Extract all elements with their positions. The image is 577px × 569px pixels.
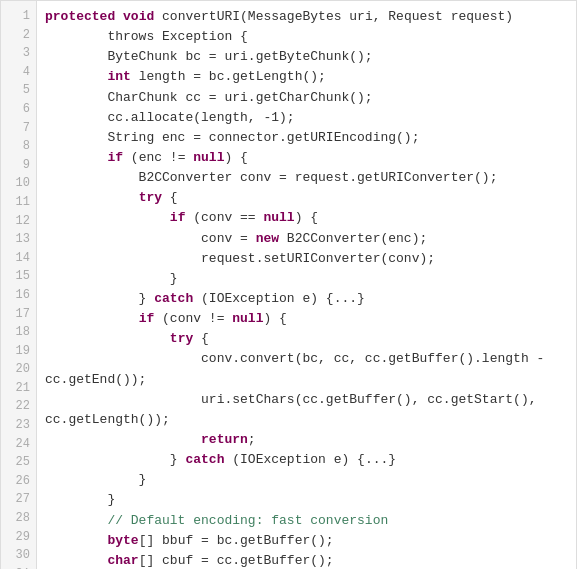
keyword-token: try bbox=[170, 331, 193, 346]
line-number: 9 bbox=[7, 156, 30, 175]
line-number: 13 bbox=[7, 230, 30, 249]
line-number: 4 bbox=[7, 63, 30, 82]
code-line: ByteChunk bc = uri.getByteChunk(); bbox=[45, 47, 568, 67]
code-token: throws Exception { bbox=[45, 29, 248, 44]
code-line: String enc = connector.getURIEncoding(); bbox=[45, 128, 568, 148]
line-number: 3 bbox=[7, 44, 30, 63]
keyword-token: protected bbox=[45, 9, 115, 24]
line-number: 2 bbox=[7, 26, 30, 45]
code-token: (IOException e) {...} bbox=[193, 291, 365, 306]
code-token: (IOException e) {...} bbox=[224, 452, 396, 467]
code-token: B2CConverter(enc); bbox=[279, 231, 427, 246]
line-number-gutter: 1234567891011121314151617181920212223242… bbox=[1, 1, 37, 569]
code-line: } bbox=[45, 470, 568, 490]
code-token: { bbox=[193, 331, 209, 346]
line-number: 20 bbox=[7, 360, 30, 379]
code-token: conv = bbox=[45, 231, 256, 246]
code-token bbox=[45, 69, 107, 84]
code-token: ) { bbox=[295, 210, 318, 225]
code-line: try { bbox=[45, 329, 568, 349]
line-number: 1 bbox=[7, 7, 30, 26]
code-line: B2CConverter conv = request.getURIConver… bbox=[45, 168, 568, 188]
code-line: cc.getLength()); bbox=[45, 410, 568, 430]
line-number: 30 bbox=[7, 546, 30, 565]
code-token: conv.convert(bc, cc, cc.getBuffer().leng… bbox=[45, 351, 544, 366]
code-token bbox=[45, 533, 107, 548]
code-token: B2CConverter conv = request.getURIConver… bbox=[45, 170, 497, 185]
code-token: } bbox=[45, 271, 178, 286]
code-token: [] bbuf = bc.getBuffer(); bbox=[139, 533, 334, 548]
code-token: } bbox=[45, 492, 115, 507]
line-number: 14 bbox=[7, 249, 30, 268]
code-line: throws Exception { bbox=[45, 27, 568, 47]
line-number: 10 bbox=[7, 174, 30, 193]
keyword-token: return bbox=[201, 432, 248, 447]
code-line: if (enc != null) { bbox=[45, 148, 568, 168]
code-token bbox=[45, 432, 201, 447]
code-line: uri.setChars(cc.getBuffer(), cc.getStart… bbox=[45, 390, 568, 410]
code-line: char[] cbuf = cc.getBuffer(); bbox=[45, 551, 568, 569]
code-token: cc.getLength()); bbox=[45, 412, 170, 427]
keyword-token: if bbox=[139, 311, 155, 326]
code-token: ; bbox=[248, 432, 256, 447]
keyword-token: int bbox=[107, 69, 130, 84]
code-token: request.setURIConverter(conv); bbox=[45, 251, 435, 266]
code-token bbox=[45, 553, 107, 568]
code-line: } catch (IOException e) {...} bbox=[45, 289, 568, 309]
code-token: (conv == bbox=[185, 210, 263, 225]
code-token bbox=[45, 311, 139, 326]
line-number: 29 bbox=[7, 528, 30, 547]
keyword-token: byte bbox=[107, 533, 138, 548]
code-line: byte[] bbuf = bc.getBuffer(); bbox=[45, 531, 568, 551]
line-number: 17 bbox=[7, 305, 30, 324]
line-number: 31 bbox=[7, 565, 30, 569]
line-number: 24 bbox=[7, 435, 30, 454]
code-token bbox=[45, 190, 139, 205]
line-number: 27 bbox=[7, 490, 30, 509]
line-number: 16 bbox=[7, 286, 30, 305]
keyword-token: void bbox=[123, 9, 154, 24]
code-token: ByteChunk bc = uri.getByteChunk(); bbox=[45, 49, 373, 64]
keyword-token: null bbox=[263, 210, 294, 225]
keyword-token: catch bbox=[185, 452, 224, 467]
code-body[interactable]: protected void convertURI(MessageBytes u… bbox=[37, 1, 576, 569]
keyword-token: if bbox=[170, 210, 186, 225]
line-number: 23 bbox=[7, 416, 30, 435]
code-line: cc.getEnd()); bbox=[45, 370, 568, 390]
code-line: CharChunk cc = uri.getCharChunk(); bbox=[45, 88, 568, 108]
code-token: } bbox=[45, 452, 185, 467]
code-token: String enc = connector.getURIEncoding(); bbox=[45, 130, 419, 145]
code-token: cc.allocate(length, -1); bbox=[45, 110, 295, 125]
code-token: length = bc.getLength(); bbox=[131, 69, 326, 84]
code-token: } bbox=[45, 472, 146, 487]
code-token bbox=[45, 210, 170, 225]
code-line: conv = new B2CConverter(enc); bbox=[45, 229, 568, 249]
keyword-token: try bbox=[139, 190, 162, 205]
line-number: 12 bbox=[7, 212, 30, 231]
code-token: ) { bbox=[224, 150, 247, 165]
code-editor: 1234567891011121314151617181920212223242… bbox=[0, 0, 577, 569]
code-line: if (conv == null) { bbox=[45, 208, 568, 228]
code-line: if (conv != null) { bbox=[45, 309, 568, 329]
code-line: // Default encoding: fast conversion bbox=[45, 511, 568, 531]
code-token bbox=[115, 9, 123, 24]
code-token: cc.getEnd()); bbox=[45, 372, 146, 387]
line-number: 8 bbox=[7, 137, 30, 156]
code-token: (conv != bbox=[154, 311, 232, 326]
keyword-token: if bbox=[107, 150, 123, 165]
code-token bbox=[45, 331, 170, 346]
keyword-token: new bbox=[256, 231, 279, 246]
code-line: } bbox=[45, 269, 568, 289]
code-line: conv.convert(bc, cc, cc.getBuffer().leng… bbox=[45, 349, 568, 369]
line-number: 6 bbox=[7, 100, 30, 119]
line-number: 19 bbox=[7, 342, 30, 361]
code-line: try { bbox=[45, 188, 568, 208]
line-number: 21 bbox=[7, 379, 30, 398]
line-number: 18 bbox=[7, 323, 30, 342]
comment-token: // Default encoding: fast conversion bbox=[45, 513, 388, 528]
line-number: 26 bbox=[7, 472, 30, 491]
code-line: return; bbox=[45, 430, 568, 450]
code-line: cc.allocate(length, -1); bbox=[45, 108, 568, 128]
code-token: (enc != bbox=[123, 150, 193, 165]
code-token: uri.setChars(cc.getBuffer(), cc.getStart… bbox=[45, 392, 536, 407]
